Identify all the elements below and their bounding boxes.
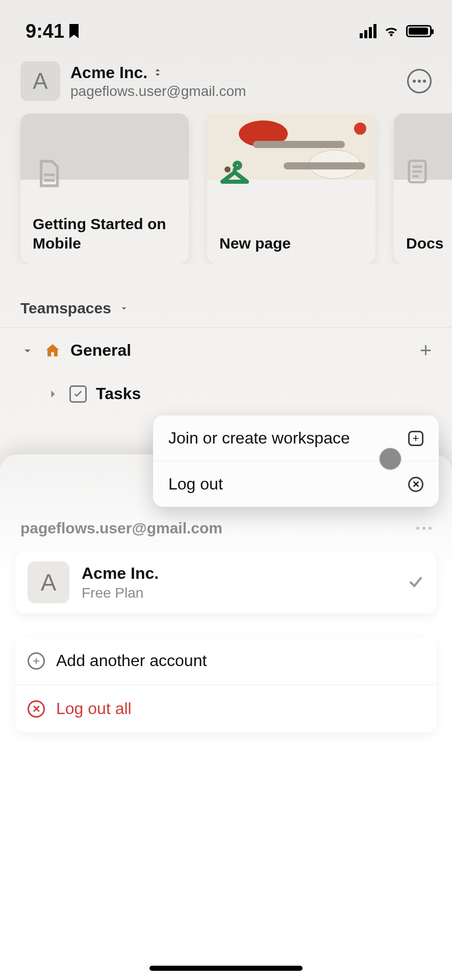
cellular-icon [360,24,376,38]
recent-card[interactable]: New page [207,113,375,264]
card-title: Docs [406,234,452,253]
workspace-item[interactable]: A Acme Inc. Free Plan [15,551,437,614]
status-bar: 9:41 [0,0,452,46]
workspace-avatar: A [20,61,60,101]
check-icon [407,574,424,591]
status-time: 9:41 [26,20,64,42]
plus-square-icon: + [408,431,423,446]
add-page-button[interactable]: + [420,339,432,362]
account-more-button[interactable] [416,527,432,530]
account-actions: + Add another account ✕ Log out all [15,637,437,732]
recent-pages[interactable]: Getting Started on Mobile New page Docs [0,113,452,264]
menu-item-label: Join or create workspace [168,429,350,448]
svg-point-5 [354,122,366,135]
workspace-name: Acme Inc. [70,63,147,82]
battery-icon [406,25,432,37]
account-email: pageflows.user@gmail.com [20,520,222,537]
workspace-plan: Free Plan [82,585,159,601]
teamspaces-label: Teamspaces [20,300,111,317]
page-icon [32,157,64,190]
status-right [360,23,432,39]
recent-card[interactable]: Getting Started on Mobile [20,113,189,264]
ellipsis-icon [413,80,426,83]
card-title: Getting Started on Mobile [33,214,177,253]
switcher-updown-icon [153,66,163,79]
wifi-icon [384,23,399,39]
log-out-all-button[interactable]: ✕ Log out all [15,684,437,732]
home-indicator[interactable] [149,966,303,971]
workspace-email: pageflows.user@gmail.com [70,83,397,100]
card-title: New page [219,234,363,253]
close-circle-icon: ✕ [408,477,423,492]
hanger-icon [218,157,251,190]
touch-indicator [380,448,401,470]
svg-rect-4 [284,162,365,169]
action-label: Add another account [56,651,207,670]
doc-icon [403,157,436,190]
menu-item-label: Log out [168,475,223,494]
home-icon [44,342,61,359]
close-circle-icon: ✕ [28,700,45,718]
add-account-button[interactable]: + Add another account [15,637,437,684]
plus-circle-icon: + [28,652,45,670]
workspace-avatar: A [28,561,69,603]
more-button[interactable] [407,69,432,93]
bookmark-icon [69,24,79,38]
chevron-right-icon [46,387,60,401]
teamspace-name: General [70,341,131,360]
teamspace-row-general[interactable]: General + [0,327,452,373]
teamspaces-header[interactable]: Teamspaces [0,264,452,327]
page-row-tasks[interactable]: Tasks [0,373,452,414]
recent-card[interactable]: Docs [394,113,452,264]
account-sheet: pageflows.user@gmail.com A Acme Inc. Fre… [0,454,452,980]
workspace-header[interactable]: A Acme Inc. pageflows.user@gmail.com [0,46,452,113]
action-label: Log out all [56,699,132,718]
status-left: 9:41 [26,20,79,42]
chevron-down-icon [20,344,35,358]
workspace-info: Acme Inc. pageflows.user@gmail.com [70,63,397,100]
svg-rect-2 [253,141,345,148]
page-title: Tasks [96,384,141,403]
chevron-down-icon [118,303,130,314]
workspace-name: Acme Inc. [82,564,159,583]
checkbox-icon [69,385,87,403]
